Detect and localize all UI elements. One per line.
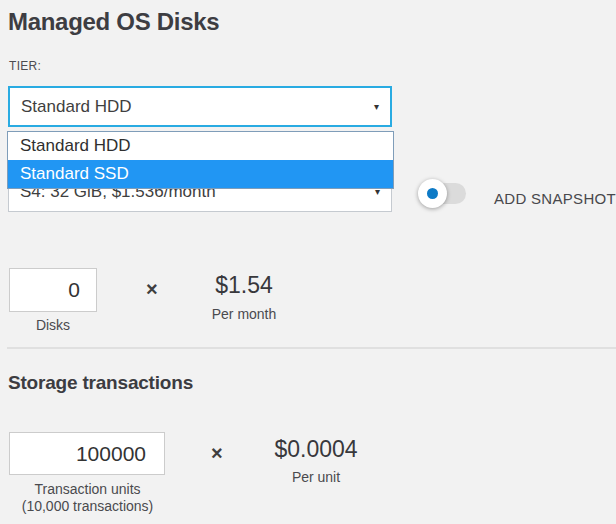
section-divider (7, 347, 616, 349)
tier-dropdown-list: Standard HDD Standard SSD (7, 131, 394, 189)
add-snapshot-toggle[interactable] (418, 176, 470, 210)
transactions-price-label: Per unit (251, 469, 381, 486)
transaction-units-label-line1: Transaction units (0, 481, 175, 498)
add-snapshot-label[interactable]: ADD SNAPSHOT (494, 190, 616, 207)
multiply-icon: × (146, 278, 158, 301)
page-title: Managed OS Disks (8, 8, 219, 36)
storage-transactions-heading: Storage transactions (8, 372, 193, 394)
transaction-units-label-line2: (10,000 transactions) (0, 498, 175, 515)
toggle-dot-icon (427, 188, 438, 199)
transaction-units-label: Transaction units (10,000 transactions) (0, 481, 175, 515)
disks-count-input[interactable] (9, 268, 97, 312)
toggle-knob (418, 179, 447, 208)
tier-option-standard-ssd[interactable]: Standard SSD (8, 160, 393, 188)
tier-option-standard-hdd[interactable]: Standard HDD (8, 132, 393, 160)
chevron-down-icon: ▾ (374, 88, 379, 125)
tier-field-label: TIER: (9, 59, 41, 73)
tier-select-value: Standard HDD (21, 97, 132, 116)
disks-price-label: Per month (179, 306, 309, 323)
transaction-units-input[interactable] (9, 432, 165, 475)
disks-input-label: Disks (9, 317, 97, 334)
multiply-icon: × (211, 442, 223, 465)
transactions-price: $0.0004 (251, 436, 381, 463)
managed-os-disks-panel: Managed OS Disks TIER: Standard HDD ▾ S4… (0, 0, 616, 524)
tier-select[interactable]: Standard HDD ▾ (8, 86, 392, 127)
disks-price: $1.54 (179, 272, 309, 299)
